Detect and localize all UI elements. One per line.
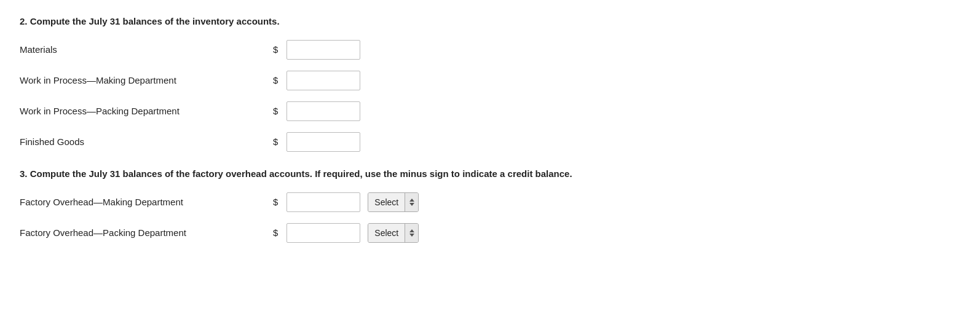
wip-packing-row: Work in Process—Packing Department $ [20,101,960,121]
arrow-down-icon-2 [409,234,414,237]
fo-packing-label: Factory Overhead—Packing Department [20,227,266,238]
fo-making-select-wrapper[interactable]: Select [368,192,419,212]
fo-packing-input[interactable] [286,223,360,243]
fo-packing-select-label: Select [368,224,405,242]
section2-header: 2. Compute the July 31 balances of the i… [20,15,960,29]
arrow-up-icon-2 [409,229,414,232]
materials-label: Materials [20,44,266,55]
wip-making-dollar: $ [273,75,278,85]
fo-making-row: Factory Overhead—Making Department $ Sel… [20,192,960,212]
wip-making-label: Work in Process—Making Department [20,75,266,85]
materials-dollar: $ [273,44,278,55]
section3-header: 3. Compute the July 31 balances of the f… [20,167,960,181]
arrow-up-icon [409,199,414,202]
fo-making-select-label: Select [368,193,405,211]
wip-making-input[interactable] [286,71,360,90]
fo-making-label: Factory Overhead—Making Department [20,197,266,207]
arrow-down-icon [409,203,414,206]
finished-goods-input[interactable] [286,132,360,152]
materials-input[interactable] [286,40,360,60]
finished-goods-row: Finished Goods $ [20,132,960,152]
finished-goods-dollar: $ [273,136,278,147]
materials-row: Materials $ [20,40,960,60]
wip-packing-dollar: $ [273,106,278,116]
fo-packing-select-arrow[interactable] [405,224,418,242]
fo-making-input[interactable] [286,192,360,212]
fo-packing-select-wrapper[interactable]: Select [368,223,419,243]
fo-making-select-arrow[interactable] [405,193,418,211]
wip-packing-input[interactable] [286,101,360,121]
fo-making-dollar: $ [273,197,278,207]
wip-packing-label: Work in Process—Packing Department [20,106,266,116]
fo-packing-row: Factory Overhead—Packing Department $ Se… [20,223,960,243]
fo-packing-dollar: $ [273,227,278,238]
finished-goods-label: Finished Goods [20,136,266,147]
wip-making-row: Work in Process—Making Department $ [20,71,960,90]
